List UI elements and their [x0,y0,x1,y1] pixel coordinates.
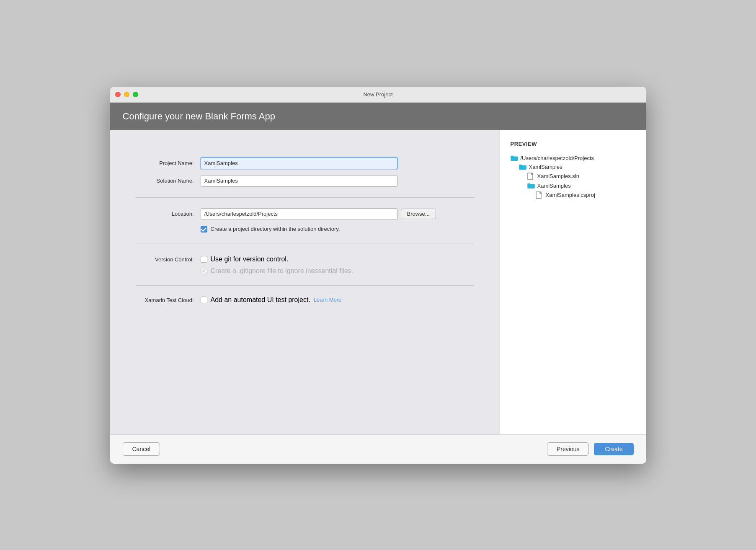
use-git-label: Use git for version control. [211,256,289,263]
create-project-dir-checkbox[interactable] [201,226,207,232]
list-item: XamlSamples [511,181,636,190]
names-section: Project Name: Solution Name: [135,147,475,198]
traffic-lights [115,92,138,97]
create-gitignore-label: Create a .gitignore file to ignore iness… [211,267,353,275]
project-name-label: Project Name: [135,160,194,166]
use-git-checkbox[interactable] [201,256,207,263]
footer: Cancel Previous Create [110,434,646,464]
solution-name-row: Solution Name: [135,175,475,187]
create-gitignore-checkbox [201,268,207,274]
location-input[interactable] [201,208,397,220]
add-ui-test-checkbox[interactable] [201,297,207,303]
xamarin-test-cloud-row: Xamarin Test Cloud: Add an automated UI … [135,296,475,304]
create-project-dir-row: Create a project directory within the so… [201,226,475,232]
window-title: New Project [363,91,392,98]
cancel-button[interactable]: Cancel [123,442,160,456]
tree-item-label: /Users/charlespetzold/Projects [521,155,594,161]
version-control-row: Version Control: Use git for version con… [135,254,475,275]
close-button[interactable] [115,92,121,97]
footer-right-actions: Previous Create [547,442,634,456]
svg-rect-4 [528,173,533,180]
tree-item-label: XamlSamples.sln [537,173,579,179]
xamarin-test-cloud-label: Xamarin Test Cloud: [135,296,194,303]
tree-item-label: XamlSamples [537,183,571,189]
create-gitignore-row: Create a .gitignore file to ignore iness… [201,267,353,275]
version-control-label: Version Control: [135,256,194,263]
use-git-row: Use git for version control. [201,256,353,263]
location-row: Location: Browse... [135,208,475,220]
minimize-button[interactable] [124,92,129,97]
tree-view: /Users/charlespetzold/Projects XamlSampl… [511,154,636,200]
list-item: XamlSamples.csproj [511,190,636,200]
page-title: Configure your new Blank Forms App [123,111,275,121]
project-name-input[interactable] [201,158,397,169]
location-label: Location: [135,211,194,217]
add-ui-test-label: Add an automated UI test project. [211,296,310,304]
list-item: /Users/charlespetzold/Projects [511,154,636,163]
project-name-row: Project Name: [135,158,475,169]
svg-rect-3 [519,165,522,166]
learn-more-link[interactable]: Learn More [314,297,341,303]
xamarin-test-cloud-section: Xamarin Test Cloud: Add an automated UI … [135,286,475,314]
location-section: Location: Browse... Create a project dir… [135,198,475,243]
svg-rect-9 [527,183,530,185]
svg-rect-10 [536,192,541,199]
svg-rect-1 [511,156,513,158]
title-bar: New Project [110,87,646,103]
maximize-button[interactable] [133,92,138,97]
preview-title: PREVIEW [511,141,636,147]
preview-panel: PREVIEW /Users/charlespetzold/Projects [500,130,646,434]
version-control-controls: Use git for version control. Create a .g… [201,256,353,275]
header-banner: Configure your new Blank Forms App [110,103,646,130]
tree-item-label: XamlSamples.csproj [546,192,596,198]
browse-button[interactable]: Browse... [401,209,436,219]
previous-button[interactable]: Previous [547,442,589,456]
add-ui-test-row: Add an automated UI test project. Learn … [201,296,342,304]
list-item: XamlSamples [511,163,636,171]
create-project-dir-label: Create a project directory within the so… [211,226,340,232]
solution-name-label: Solution Name: [135,178,194,184]
tree-item-label: XamlSamples [529,164,562,170]
form-panel: Project Name: Solution Name: Location: B… [110,130,500,434]
solution-name-input[interactable] [201,175,397,187]
create-button[interactable]: Create [594,443,633,455]
version-control-section: Version Control: Use git for version con… [135,243,475,286]
new-project-window: New Project Configure your new Blank For… [110,87,646,464]
list-item: XamlSamples.sln [511,171,636,181]
main-area: Project Name: Solution Name: Location: B… [110,130,646,434]
